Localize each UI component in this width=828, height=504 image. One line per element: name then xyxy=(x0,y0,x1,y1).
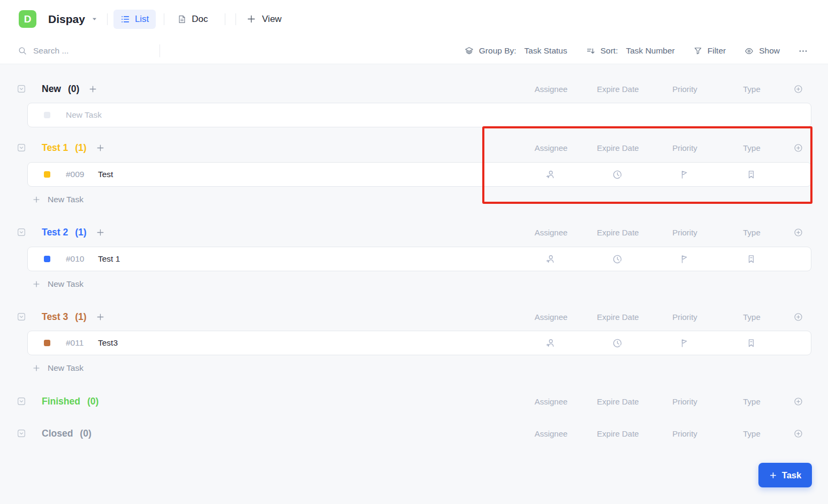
add-column-icon[interactable] xyxy=(785,84,811,94)
column-header-type[interactable]: Type xyxy=(718,143,785,152)
task-status-bullet xyxy=(44,256,50,262)
search-box[interactable] xyxy=(0,46,159,56)
project-logo[interactable]: D xyxy=(19,10,36,28)
project-title[interactable]: Dispay xyxy=(48,13,85,26)
task-status-bullet xyxy=(44,171,50,178)
column-header-priority[interactable]: Priority xyxy=(651,397,718,406)
group-count: (0) xyxy=(68,83,79,95)
group-by-control[interactable]: Group By: Task Status xyxy=(464,46,567,56)
tab-doc[interactable]: Doc xyxy=(170,10,215,29)
task-row-cells xyxy=(517,254,811,265)
task-row[interactable]: #010 Test 1 xyxy=(27,247,811,271)
tab-doc-label: Doc xyxy=(192,14,208,25)
column-headers: Assignee Expire Date Priority Type xyxy=(518,143,811,153)
new-task-button[interactable]: New Task xyxy=(32,279,83,289)
divider xyxy=(225,13,225,25)
column-header-expire-date[interactable]: Expire Date xyxy=(584,228,651,237)
group-count: (1) xyxy=(75,227,86,238)
type-bookmark-icon[interactable] xyxy=(718,338,785,349)
collapse-group-icon[interactable] xyxy=(17,429,26,438)
plus-icon xyxy=(32,280,41,288)
task-row[interactable]: #011 Test3 xyxy=(27,331,811,355)
group-by-layers-icon xyxy=(464,46,474,56)
add-task-to-group-icon[interactable] xyxy=(96,312,105,322)
column-header-expire-date[interactable]: Expire Date xyxy=(584,312,651,322)
priority-flag-icon[interactable] xyxy=(651,338,718,349)
column-header-assignee[interactable]: Assignee xyxy=(518,429,584,438)
filter-control[interactable]: Filter xyxy=(693,46,726,56)
add-column-icon[interactable] xyxy=(785,143,811,153)
task-title[interactable]: Test3 xyxy=(98,338,118,348)
expire-date-clock-icon[interactable] xyxy=(584,338,651,349)
task-list-content: New (0) Assignee Expire Date Priority Ty… xyxy=(0,64,828,441)
tab-list[interactable]: List xyxy=(113,10,156,29)
plus-icon xyxy=(32,195,41,204)
plus-icon xyxy=(769,471,777,479)
assignee-add-icon[interactable] xyxy=(517,338,584,349)
group-by-label: Group By: xyxy=(479,46,516,56)
sort-control[interactable]: Sort: Task Number xyxy=(586,46,675,56)
column-header-assignee[interactable]: Assignee xyxy=(518,228,584,237)
column-header-expire-date[interactable]: Expire Date xyxy=(584,143,651,152)
add-task-to-group-icon[interactable] xyxy=(96,143,105,152)
add-column-icon[interactable] xyxy=(785,429,811,439)
column-header-priority[interactable]: Priority xyxy=(651,228,718,237)
type-bookmark-icon[interactable] xyxy=(718,169,785,180)
add-column-icon[interactable] xyxy=(785,312,811,322)
new-task-input-row[interactable]: New Task xyxy=(27,103,811,127)
column-header-priority[interactable]: Priority xyxy=(651,429,718,438)
add-column-icon[interactable] xyxy=(785,227,811,238)
collapse-group-icon[interactable] xyxy=(17,84,26,94)
column-header-assignee[interactable]: Assignee xyxy=(518,85,584,94)
add-task-button[interactable]: Task xyxy=(758,463,812,487)
group-count: (0) xyxy=(80,428,91,439)
more-options-button[interactable] xyxy=(798,46,808,56)
task-row[interactable]: #009 Test xyxy=(27,162,811,187)
priority-flag-icon[interactable] xyxy=(651,254,718,265)
column-header-priority[interactable]: Priority xyxy=(651,312,718,322)
new-task-input[interactable]: New Task xyxy=(66,110,102,120)
collapse-group-icon[interactable] xyxy=(17,312,26,322)
column-header-assignee[interactable]: Assignee xyxy=(518,312,584,322)
priority-flag-icon[interactable] xyxy=(651,169,718,180)
show-control[interactable]: Show xyxy=(744,46,780,56)
add-view-label: View xyxy=(262,14,282,25)
collapse-group-icon[interactable] xyxy=(17,396,26,406)
column-header-type[interactable]: Type xyxy=(718,85,785,94)
expire-date-clock-icon[interactable] xyxy=(584,254,651,265)
column-header-expire-date[interactable]: Expire Date xyxy=(584,429,651,438)
group-header-closed: Closed (0) Assignee Expire Date Priority… xyxy=(17,426,811,441)
new-task-button[interactable]: New Task xyxy=(32,363,83,373)
column-header-type[interactable]: Type xyxy=(718,312,785,322)
add-task-button-label: Task xyxy=(782,470,801,480)
new-task-link-label: New Task xyxy=(48,363,83,373)
assignee-add-icon[interactable] xyxy=(517,169,584,180)
collapse-group-icon[interactable] xyxy=(17,143,26,152)
task-title[interactable]: Test 1 xyxy=(98,254,120,264)
expire-date-clock-icon[interactable] xyxy=(584,169,651,180)
column-header-expire-date[interactable]: Expire Date xyxy=(584,85,651,94)
task-title[interactable]: Test xyxy=(98,170,113,179)
show-label: Show xyxy=(759,46,780,56)
add-view-button[interactable]: View xyxy=(246,14,282,25)
column-header-type[interactable]: Type xyxy=(718,228,785,237)
add-column-icon[interactable] xyxy=(785,396,811,407)
new-task-button[interactable]: New Task xyxy=(32,195,83,204)
project-dropdown-caret-icon[interactable] xyxy=(90,14,99,24)
search-input[interactable] xyxy=(33,46,140,56)
column-header-assignee[interactable]: Assignee xyxy=(518,397,584,406)
collapse-group-icon[interactable] xyxy=(17,227,26,237)
column-header-expire-date[interactable]: Expire Date xyxy=(584,397,651,406)
assignee-add-icon[interactable] xyxy=(517,254,584,265)
column-header-assignee[interactable]: Assignee xyxy=(518,143,584,152)
column-header-priority[interactable]: Priority xyxy=(651,143,718,152)
add-task-to-group-icon[interactable] xyxy=(88,85,97,94)
column-header-priority[interactable]: Priority xyxy=(651,85,718,94)
column-header-type[interactable]: Type xyxy=(718,397,785,406)
column-header-type[interactable]: Type xyxy=(718,429,785,438)
divider xyxy=(236,13,236,25)
type-bookmark-icon[interactable] xyxy=(718,254,785,265)
group-header-test-2: Test 2 (1) Assignee Expire Date Priority… xyxy=(17,225,811,240)
column-headers: Assignee Expire Date Priority Type xyxy=(518,227,811,238)
add-task-to-group-icon[interactable] xyxy=(96,228,105,237)
